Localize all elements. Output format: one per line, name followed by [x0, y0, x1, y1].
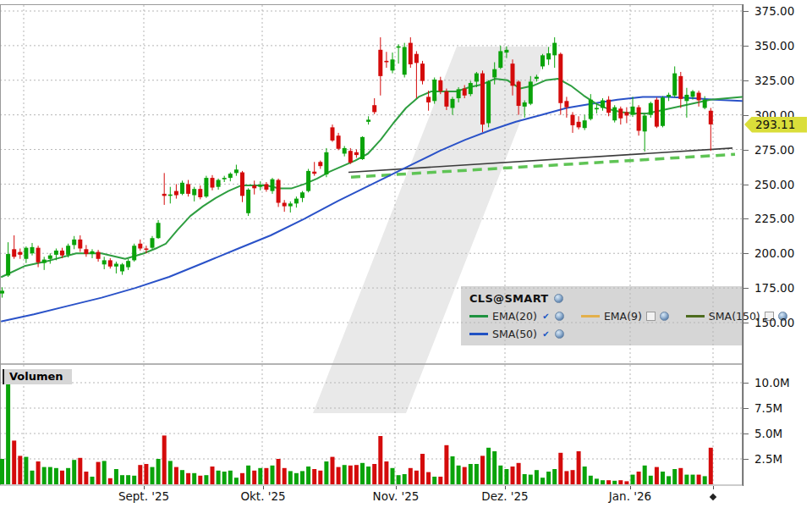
- checkbox-checked-icon[interactable]: ✔: [541, 312, 551, 321]
- volume-bar: [192, 473, 196, 484]
- axis-tick: [743, 185, 749, 185]
- volume-bar: [384, 461, 388, 484]
- volume-bar: [18, 456, 22, 484]
- volume-bar: [6, 378, 10, 484]
- trendline-solid[interactable]: [348, 148, 732, 173]
- candle-body: [151, 238, 155, 247]
- checkbox-checked-icon[interactable]: ✔: [541, 329, 551, 339]
- candle-body: [180, 183, 184, 194]
- volume-bar: [655, 467, 659, 484]
- candle-body: [54, 251, 58, 255]
- volume-bar: [618, 480, 623, 484]
- candle-body: [48, 256, 52, 259]
- volume-bar: [312, 469, 316, 484]
- candle-body: [511, 64, 515, 86]
- axis-line: [743, 4, 743, 486]
- volume-bar: [498, 466, 502, 484]
- candle-body: [234, 169, 239, 173]
- candle-body: [426, 97, 431, 102]
- volume-bar: [457, 466, 461, 484]
- volume-bar: [91, 477, 95, 484]
- volume-bar: [511, 467, 515, 484]
- volume-bar: [504, 469, 508, 484]
- price-axis-label: 7.5M: [754, 401, 782, 415]
- ema20-line[interactable]: [2, 79, 742, 277]
- candle-body: [228, 174, 233, 178]
- axis-tick: [743, 253, 749, 254]
- volume-bar: [571, 470, 575, 484]
- volume-bar: [451, 456, 455, 484]
- price-volume-chart[interactable]: [0, 0, 743, 508]
- price-axis-label: 175.00: [754, 281, 794, 295]
- volume-bar: [438, 477, 442, 484]
- candle-body: [264, 184, 268, 190]
- time-axis[interactable]: Sept. '25Okt. '25Nov. '25Dez. '25Jan. '2…: [0, 486, 743, 508]
- trendline-dashed[interactable]: [351, 154, 735, 177]
- candle-body: [108, 260, 112, 266]
- candle-body: [672, 74, 677, 96]
- candle-body: [535, 77, 539, 79]
- globe-icon[interactable]: [555, 312, 564, 321]
- candle-body: [595, 108, 599, 109]
- volume-bar: [475, 464, 479, 484]
- legend-item-ema20: EMA(20)✔: [469, 310, 564, 323]
- indicator-label: SMA(50): [492, 328, 537, 340]
- candle-body: [217, 180, 221, 187]
- axis-tick: [743, 288, 749, 289]
- volume-bar: [234, 478, 239, 484]
- globe-icon[interactable]: [555, 329, 564, 339]
- candle-body: [331, 127, 335, 141]
- candle-body: [564, 101, 568, 107]
- candle-body: [703, 100, 707, 108]
- volume-bar: [372, 464, 376, 484]
- volume-bar: [180, 470, 184, 484]
- volume-bar: [48, 467, 52, 484]
- volume-bar: [114, 469, 118, 484]
- candle-body: [618, 108, 623, 118]
- globe-icon[interactable]: [660, 312, 669, 321]
- candle-body: [475, 74, 479, 82]
- candle-body: [102, 260, 107, 264]
- volume-bar: [12, 440, 16, 484]
- volume-bar: [54, 468, 58, 484]
- candle-body: [444, 91, 448, 107]
- volume-bar: [60, 471, 64, 484]
- candle-body: [91, 251, 95, 254]
- candle-body: [678, 76, 683, 99]
- checkbox-unchecked-icon[interactable]: [646, 312, 656, 321]
- candle-body: [697, 92, 701, 100]
- volume-bar: [168, 461, 173, 484]
- candle-body: [463, 89, 467, 96]
- indicator-legend: CLS@SMART EMA(20)✔EMA(9)SMA(150) SMA(50)…: [461, 286, 743, 345]
- volume-bar: [672, 469, 677, 484]
- globe-icon[interactable]: [554, 294, 563, 303]
- candle-body: [277, 180, 281, 203]
- time-axis-label: Nov. '25: [373, 489, 420, 503]
- volume-bar: [288, 471, 293, 484]
- indicator-color-swatch: [469, 333, 488, 335]
- volume-bar: [612, 481, 617, 484]
- price-axis-label: 375.00: [754, 4, 794, 18]
- volume-bar: [294, 473, 299, 484]
- price-axis-label: 275.00: [754, 143, 794, 157]
- candle-body: [294, 199, 299, 204]
- volume-bar: [72, 460, 76, 484]
- volume-bar: [348, 466, 353, 484]
- candle-body: [30, 247, 35, 253]
- volume-bar: [156, 459, 161, 484]
- candle-body: [420, 64, 425, 80]
- legend-item-sma50: SMA(50)✔: [469, 328, 564, 340]
- price-axis-label: 10.0M: [754, 376, 790, 389]
- volume-bar: [546, 472, 551, 484]
- volume-bar: [426, 472, 431, 484]
- candle-body: [384, 61, 388, 63]
- candle-body: [643, 115, 647, 131]
- axis-tick: [743, 383, 749, 384]
- volume-bar: [151, 467, 155, 484]
- candle-body: [96, 252, 101, 259]
- volume-bar: [42, 467, 47, 484]
- volume-bar: [624, 481, 628, 484]
- price-axis[interactable]: 293.11 375.00350.00325.00300.00275.00250…: [743, 0, 812, 508]
- last-price-value: 293.11: [755, 118, 795, 131]
- volume-bar: [211, 467, 215, 484]
